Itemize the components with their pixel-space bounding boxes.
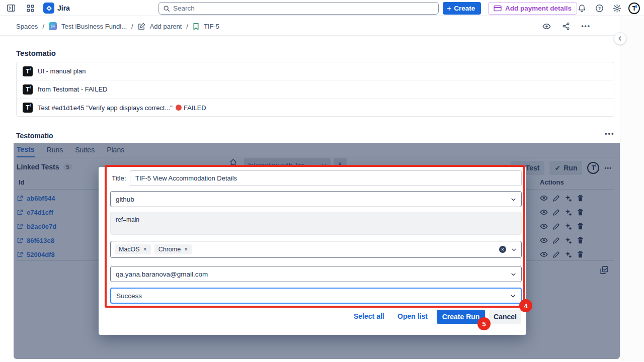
status-select[interactable]: Success	[110, 288, 522, 304]
watch-eye-icon[interactable]	[542, 22, 551, 31]
app-switcher-icon[interactable]	[24, 2, 36, 14]
select-all-link[interactable]: Select all	[354, 312, 384, 320]
title-label: Title:	[112, 174, 126, 182]
tag-chip: MacOS ×	[115, 244, 151, 254]
credit-card-icon	[494, 5, 502, 12]
more-actions-icon[interactable]: •••	[581, 23, 591, 30]
list-item-label: Test #ed1d1e45 "Verify app displays corr…	[38, 104, 206, 112]
create-run-modal: Title: github ref=main MacOS × Chrome × …	[99, 167, 526, 335]
share-icon[interactable]	[562, 22, 570, 30]
breadcrumb-bar: Spaces / ◎ Test iBusiness Fundi... / Add…	[0, 17, 620, 36]
right-panel-rail	[620, 16, 644, 362]
breadcrumb: Spaces / ◎ Test iBusiness Fundi... / Add…	[16, 17, 219, 36]
settings-gear-icon[interactable]	[611, 2, 623, 14]
chevron-down-icon	[511, 272, 516, 277]
project-avatar-icon: ◎	[49, 22, 57, 30]
remove-tag-icon[interactable]: ×	[143, 246, 147, 252]
breadcrumb-spaces[interactable]: Spaces	[16, 23, 38, 30]
svg-text:?: ?	[598, 6, 600, 11]
plus-icon: +	[447, 4, 451, 13]
clear-all-tags-icon[interactable]: ×	[499, 246, 506, 253]
testomatio-icon: T	[23, 66, 33, 76]
create-button[interactable]: + Create	[443, 2, 481, 15]
breadcrumb-project[interactable]: Test iBusiness Fundi...	[61, 23, 127, 30]
list-item-label: UI - manual plan	[38, 67, 86, 75]
tag-chip: Chrome ×	[154, 244, 192, 254]
list-item-label: from Testomat - FAILED	[38, 85, 107, 93]
chevron-down-icon	[510, 293, 516, 299]
breadcrumb-add-parent[interactable]: Add parent	[150, 23, 182, 30]
list-item[interactable]: T UI - manual plan	[17, 62, 614, 80]
add-payment-details-button[interactable]: Add payment details	[488, 2, 577, 15]
search-input[interactable]	[173, 5, 434, 12]
widget-title-testomatio: Testomatio	[16, 132, 53, 140]
help-icon[interactable]: ?	[593, 2, 605, 14]
top-bar: Jira + Create Add payment details ?	[0, 0, 644, 16]
section-title-testomatio: Testomatio	[16, 49, 56, 57]
bookmark-icon	[193, 23, 199, 30]
search-box[interactable]	[158, 2, 439, 15]
open-list-link[interactable]: Open list	[397, 312, 428, 320]
testomatio-icon: T	[23, 103, 33, 113]
jira-logo-icon	[43, 3, 54, 14]
chevron-down-icon	[511, 197, 516, 202]
assignee-select[interactable]: qa.yana.baranova@gmail.com	[110, 266, 522, 282]
user-avatar[interactable]: T	[628, 3, 640, 14]
list-item[interactable]: T Test #ed1d1e45 "Verify app displays co…	[17, 99, 614, 117]
list-item[interactable]: T from Testomat - FAILED	[17, 80, 614, 99]
notifications-icon[interactable]	[576, 2, 588, 14]
app-name: Jira	[57, 4, 70, 12]
testomatio-icon: T	[23, 84, 33, 95]
remove-tag-icon[interactable]: ×	[184, 246, 188, 252]
modal-footer: Select all Open list Create Run Cancel	[99, 310, 526, 325]
search-icon	[163, 5, 170, 12]
source-select[interactable]: github	[110, 191, 522, 207]
jira-logo[interactable]: Jira	[43, 3, 70, 14]
edit-icon	[138, 23, 145, 30]
run-title-input[interactable]	[130, 170, 522, 186]
ref-textarea[interactable]: ref=main	[110, 212, 522, 235]
failed-status-icon	[176, 105, 182, 111]
tags-multiselect[interactable]: MacOS × Chrome × ×	[110, 241, 522, 258]
sidebar-toggle-icon[interactable]	[5, 2, 17, 14]
widget-more-icon[interactable]: •••	[605, 130, 615, 137]
avatar-tick	[635, 5, 637, 8]
page: Jira + Create Add payment details ?	[0, 0, 644, 362]
collapse-panel-button[interactable]	[614, 32, 626, 45]
cancel-button[interactable]: Cancel	[489, 310, 521, 324]
chevron-down-icon[interactable]	[511, 247, 517, 252]
testomatio-report-list: T UI - manual plan T from Testomat - FAI…	[16, 62, 614, 117]
breadcrumb-issue[interactable]: TIF-5	[204, 23, 219, 30]
create-run-button[interactable]: Create Run	[437, 310, 485, 324]
